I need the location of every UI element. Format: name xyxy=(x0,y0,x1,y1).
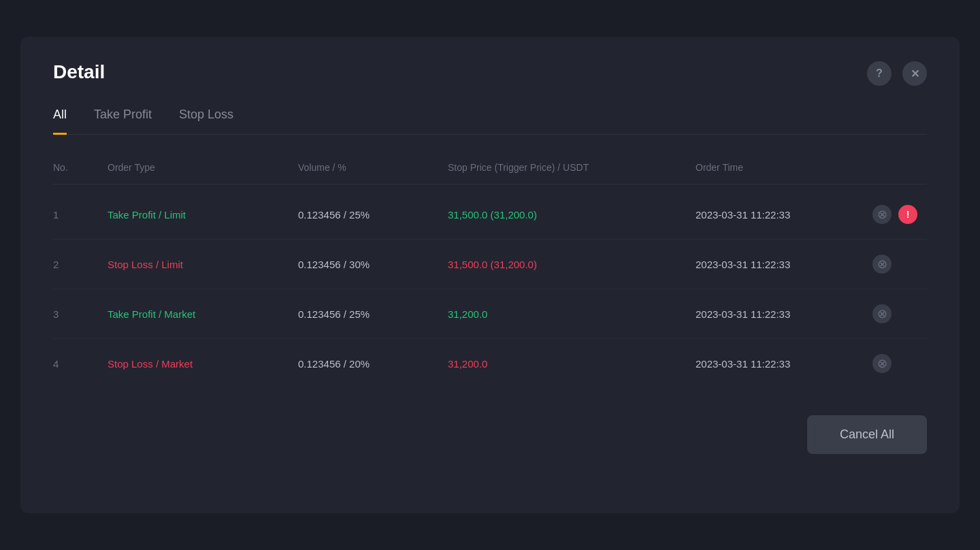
row-2-cancel-button[interactable]: ⊗ xyxy=(872,255,892,274)
row-1-actions: ⊗ ! xyxy=(872,205,927,224)
row-1-volume: 0.123456 / 25% xyxy=(298,209,448,221)
row-2-order-time: 2023-03-31 11:22:33 xyxy=(696,259,872,270)
cancel-icon: ⊗ xyxy=(877,306,887,321)
modal-footer: Cancel All xyxy=(53,415,927,454)
col-header-stop-price: Stop Price (Trigger Price) / USDT xyxy=(448,162,696,173)
modal-title: Detail xyxy=(53,61,105,83)
col-header-no: No. xyxy=(53,162,108,173)
orders-table: No. Order Type Volume / % Stop Price (Tr… xyxy=(53,162,927,388)
col-header-actions xyxy=(872,162,927,173)
row-4-volume: 0.123456 / 20% xyxy=(298,358,448,370)
col-header-order-time: Order Time xyxy=(696,162,872,173)
row-4-cancel-button[interactable]: ⊗ xyxy=(872,354,892,373)
row-3-volume: 0.123456 / 25% xyxy=(298,308,448,320)
row-3-stop-price: 31,200.0 xyxy=(448,308,696,320)
cancel-icon: ⊗ xyxy=(877,356,887,371)
table-row: 2 Stop Loss / Limit 0.123456 / 30% 31,50… xyxy=(53,240,927,289)
row-1-number: 1 xyxy=(53,209,108,221)
row-2-volume: 0.123456 / 30% xyxy=(298,259,448,270)
row-1-stop-price: 31,500.0 (31,200.0) xyxy=(448,209,696,221)
warning-icon: ! xyxy=(906,209,910,220)
tab-stop-loss[interactable]: Stop Loss xyxy=(179,108,233,135)
question-icon: ? xyxy=(876,67,883,80)
modal-container: Detail ? ✕ All Take Profit Stop Loss xyxy=(20,37,960,513)
row-3-actions: ⊗ xyxy=(872,304,927,323)
row-4-actions: ⊗ xyxy=(872,354,927,373)
row-3-number: 3 xyxy=(53,308,108,320)
tab-bar: All Take Profit Stop Loss xyxy=(53,108,927,135)
close-button[interactable]: ✕ xyxy=(902,61,927,86)
modal-header: Detail ? ✕ xyxy=(53,61,927,86)
row-1-order-time: 2023-03-31 11:22:33 xyxy=(696,209,872,221)
col-header-volume: Volume / % xyxy=(298,162,448,173)
tab-take-profit[interactable]: Take Profit xyxy=(94,108,152,135)
row-3-cancel-button[interactable]: ⊗ xyxy=(872,304,892,323)
row-4-order-time: 2023-03-31 11:22:33 xyxy=(696,358,872,370)
row-3-order-type: Take Profit / Market xyxy=(108,308,298,320)
cancel-icon: ⊗ xyxy=(877,207,887,222)
cancel-icon: ⊗ xyxy=(877,257,887,272)
table-row: 4 Stop Loss / Market 0.123456 / 20% 31,2… xyxy=(53,339,927,388)
cancel-all-button[interactable]: Cancel All xyxy=(807,415,927,454)
row-2-number: 2 xyxy=(53,259,108,270)
tab-all[interactable]: All xyxy=(53,108,67,135)
row-4-number: 4 xyxy=(53,358,108,370)
table-row: 3 Take Profit / Market 0.123456 / 25% 31… xyxy=(53,289,927,339)
row-4-stop-price: 31,200.0 xyxy=(448,358,696,370)
table-row: 1 Take Profit / Limit 0.123456 / 25% 31,… xyxy=(53,190,927,240)
header-icons: ? ✕ xyxy=(867,61,927,86)
col-header-order-type: Order Type xyxy=(108,162,298,173)
row-1-order-type: Take Profit / Limit xyxy=(108,209,298,221)
row-1-cancel-button[interactable]: ⊗ xyxy=(872,205,892,224)
table-header: No. Order Type Volume / % Stop Price (Tr… xyxy=(53,162,927,184)
close-icon: ✕ xyxy=(911,67,919,80)
row-3-order-time: 2023-03-31 11:22:33 xyxy=(696,308,872,320)
row-2-order-type: Stop Loss / Limit xyxy=(108,259,298,270)
row-4-order-type: Stop Loss / Market xyxy=(108,358,298,370)
modal-overlay: Detail ? ✕ All Take Profit Stop Loss xyxy=(0,0,980,550)
row-2-stop-price: 31,500.0 (31,200.0) xyxy=(448,259,696,270)
row-2-actions: ⊗ xyxy=(872,255,927,274)
row-1-warning-button[interactable]: ! xyxy=(898,205,917,224)
help-button[interactable]: ? xyxy=(867,61,892,86)
